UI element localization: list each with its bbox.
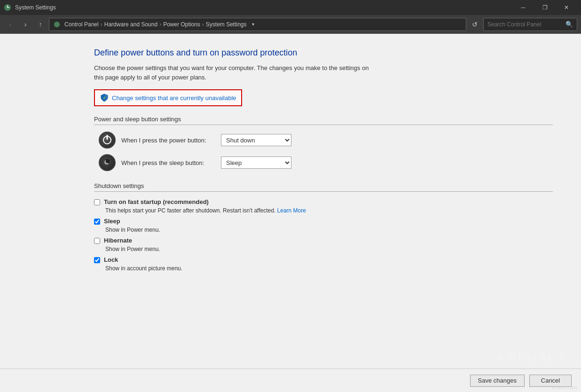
svg-point-1 — [54, 21, 60, 27]
hibernate-checkbox[interactable] — [94, 238, 100, 244]
search-input[interactable] — [487, 21, 564, 28]
sleep-checkbox[interactable] — [94, 219, 100, 225]
hibernate-desc: Show in Power menu. — [105, 246, 553, 252]
sleep-checkbox-label[interactable]: Sleep — [104, 218, 120, 225]
main-content: Define power buttons and turn on passwor… — [0, 34, 581, 368]
hibernate-checkbox-label[interactable]: Hibernate — [104, 237, 132, 244]
search-icon[interactable]: 🔍 — [565, 21, 573, 28]
power-button-icon — [99, 132, 116, 149]
window-title: System Settings — [15, 4, 509, 11]
save-changes-button[interactable]: Save changes — [470, 375, 525, 387]
search-bar: 🔍 — [483, 18, 577, 31]
page-description: Choose the power settings that you want … — [94, 63, 376, 82]
change-settings-text: Change settings that are currently unava… — [112, 94, 236, 102]
fast-startup-label[interactable]: Turn on fast startup (recommended) — [104, 198, 209, 205]
sleep-button-label: When I press the sleep button: — [121, 159, 215, 166]
up-button[interactable]: ↑ — [34, 18, 47, 31]
breadcrumb-dropdown-button[interactable]: ▾ — [249, 18, 258, 31]
lock-row: Lock — [94, 256, 553, 263]
svg-text:✓: ✓ — [103, 96, 106, 100]
titlebar: System Settings ─ ❐ ✕ — [0, 0, 581, 15]
button-settings-section: Power and sleep button settings When I p… — [94, 116, 553, 171]
breadcrumb-current: System Settings — [206, 21, 247, 28]
power-button-row: When I press the power button: Shut down… — [99, 132, 553, 149]
breadcrumb-bar: Control Panel › Hardware and Sound › Pow… — [49, 18, 466, 31]
power-button-label: When I press the power button: — [121, 137, 215, 144]
breadcrumb-icon — [53, 21, 61, 28]
button-settings-header: Power and sleep button settings — [94, 116, 553, 125]
appuals-logo: A⚙PUALS — [495, 351, 567, 366]
fast-startup-row: Turn on fast startup (recommended) — [94, 198, 553, 205]
lock-checkbox-label[interactable]: Lock — [104, 256, 118, 263]
shield-icon: ✓ — [100, 93, 109, 102]
forward-button[interactable]: › — [19, 18, 32, 31]
hibernate-row: Hibernate — [94, 237, 553, 244]
power-button-dropdown[interactable]: Shut down Sleep Hibernate Turn off the d… — [221, 134, 291, 146]
lock-checkbox[interactable] — [94, 257, 100, 263]
change-settings-link[interactable]: ✓ Change settings that are currently una… — [94, 89, 242, 106]
sleep-button-row: When I press the sleep button: Sleep Hib… — [99, 154, 553, 171]
navigation-bar: ‹ › ↑ Control Panel › Hardware and Sound… — [0, 15, 581, 34]
fast-startup-desc: This helps start your PC faster after sh… — [105, 207, 553, 214]
learn-more-link[interactable]: Learn More — [277, 207, 306, 214]
breadcrumb-control-panel[interactable]: Control Panel — [64, 21, 99, 28]
sleep-button-icon — [99, 154, 116, 171]
sleep-desc: Show in Power menu. — [105, 227, 553, 233]
breadcrumb-sep-3: › — [202, 21, 204, 28]
page-title: Define power buttons and turn on passwor… — [94, 48, 553, 58]
restore-button[interactable]: ❐ — [534, 0, 556, 15]
sleep-icon-inner — [103, 157, 111, 168]
close-button[interactable]: ✕ — [556, 0, 577, 15]
breadcrumb-hardware-sound[interactable]: Hardware and Sound — [104, 21, 157, 28]
shutdown-settings-section: Shutdown settings Turn on fast startup (… — [94, 182, 553, 272]
lock-desc: Show in account picture menu. — [105, 265, 553, 272]
sleep-row: Sleep — [94, 218, 553, 225]
footer: Save changes Cancel — [0, 368, 581, 392]
power-icon-inner — [103, 136, 111, 144]
shutdown-settings-header: Shutdown settings — [94, 182, 553, 192]
fast-startup-checkbox[interactable] — [94, 199, 100, 205]
breadcrumb-sep-1: › — [101, 21, 102, 28]
refresh-button[interactable]: ↺ — [468, 18, 481, 31]
minimize-button[interactable]: ─ — [512, 0, 534, 15]
app-icon — [4, 4, 11, 11]
breadcrumb-power-options[interactable]: Power Options — [163, 21, 200, 28]
sleep-button-dropdown[interactable]: Sleep Hibernate Shut down Turn off the d… — [221, 157, 291, 169]
back-button[interactable]: ‹ — [4, 18, 17, 31]
watermark: wsxdn.com — [551, 384, 577, 390]
window-controls: ─ ❐ ✕ — [512, 0, 577, 15]
breadcrumb-sep-2: › — [159, 21, 161, 28]
